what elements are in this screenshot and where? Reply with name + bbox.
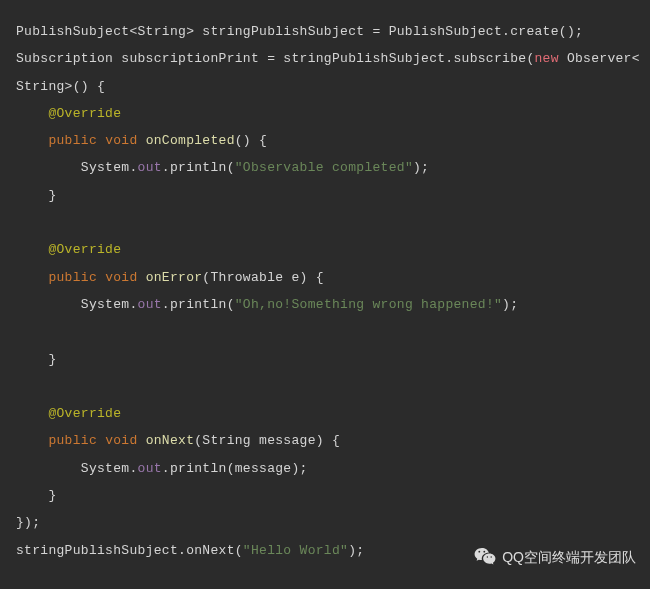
code-token: System. bbox=[16, 160, 138, 175]
code-token: .println(message); bbox=[162, 461, 308, 476]
code-token: "Hello World" bbox=[243, 543, 348, 558]
code-token: onError bbox=[146, 270, 203, 285]
code-token: onNext bbox=[146, 433, 195, 448]
code-token: System. bbox=[16, 461, 138, 476]
code-token: Subscription subscriptionPrint = stringP… bbox=[16, 51, 534, 66]
code-token: new bbox=[534, 51, 558, 66]
code-token: public bbox=[48, 270, 97, 285]
code-block: PublishSubject<String> stringPublishSubj… bbox=[0, 0, 650, 582]
code-token: System. bbox=[16, 297, 138, 312]
code-token: () { bbox=[235, 133, 267, 148]
code-token: }); bbox=[16, 515, 40, 530]
code-token bbox=[138, 133, 146, 148]
code-token: void bbox=[105, 433, 137, 448]
code-token bbox=[138, 433, 146, 448]
code-token: PublishSubject<String> stringPublishSubj… bbox=[16, 24, 583, 39]
watermark: QQ空间终端开发团队 bbox=[474, 546, 636, 569]
code-token: stringPublishSubject.onNext( bbox=[16, 543, 243, 558]
wechat-icon bbox=[474, 546, 496, 569]
code-token: @Override bbox=[48, 242, 121, 257]
code-token bbox=[16, 270, 48, 285]
code-token: "Oh,no!Something wrong happened!" bbox=[235, 297, 502, 312]
code-token: .println( bbox=[162, 160, 235, 175]
code-token bbox=[16, 242, 48, 257]
code-token: } bbox=[16, 188, 57, 203]
code-token: .println( bbox=[162, 297, 235, 312]
code-token: "Observable completed" bbox=[235, 160, 413, 175]
code-token: void bbox=[105, 133, 137, 148]
watermark-text: QQ空间终端开发团队 bbox=[502, 549, 636, 567]
code-token bbox=[16, 133, 48, 148]
code-token: @Override bbox=[48, 406, 121, 421]
code-token: ); bbox=[348, 543, 364, 558]
code-token bbox=[97, 270, 105, 285]
code-token: ); bbox=[502, 297, 518, 312]
code-token bbox=[16, 406, 48, 421]
code-token: } bbox=[16, 352, 57, 367]
code-token bbox=[16, 106, 48, 121]
code-token: out bbox=[138, 297, 162, 312]
code-token: Observer< bbox=[559, 51, 640, 66]
code-token: @Override bbox=[48, 106, 121, 121]
code-token: void bbox=[105, 270, 137, 285]
code-token bbox=[138, 270, 146, 285]
code-token: public bbox=[48, 433, 97, 448]
code-token: ); bbox=[413, 160, 429, 175]
code-token: (String message) { bbox=[194, 433, 340, 448]
code-token: onCompleted bbox=[146, 133, 235, 148]
code-token: (Throwable e) { bbox=[202, 270, 324, 285]
code-token bbox=[97, 433, 105, 448]
code-token: public bbox=[48, 133, 97, 148]
code-token bbox=[97, 133, 105, 148]
code-token: String>() { bbox=[16, 79, 105, 94]
code-token bbox=[16, 433, 48, 448]
code-token: } bbox=[16, 488, 57, 503]
code-token: out bbox=[138, 160, 162, 175]
code-token: out bbox=[138, 461, 162, 476]
